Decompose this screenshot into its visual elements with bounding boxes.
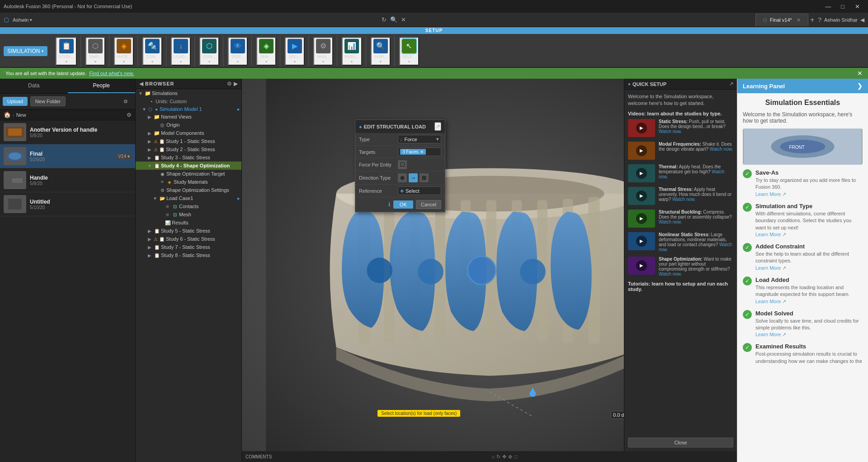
tree-study7[interactable]: ▶ 📋 Study 7 - Static Stress (136, 243, 241, 251)
tree-study6[interactable]: ▶ ⚠ 📋 Study 6 - Static Stress (136, 235, 241, 243)
info-icon[interactable]: ℹ (388, 201, 391, 208)
type-value[interactable]: ↓ Force ▾ (398, 135, 441, 143)
loads-btn[interactable]: ↓ LOAD...▾ (171, 37, 191, 66)
simplify-btn[interactable]: ⬡ SIMP...▾ (85, 37, 105, 66)
tab-people[interactable]: People (68, 79, 136, 93)
tree-study5[interactable]: ▶ 📋 Study 5 - Static Stress (136, 227, 241, 235)
reference-value[interactable]: ◈ Select (398, 186, 441, 195)
lp-item-link-solved[interactable]: Learn More ↗ (755, 332, 786, 337)
tree-model-components[interactable]: ▶ 📁 Model Components (136, 129, 241, 137)
browser-collapse-btn[interactable]: ◀ (139, 81, 143, 87)
tree-load-case1[interactable]: ▼ 📂 Load Case1 ● (136, 194, 241, 202)
browser-settings-btn[interactable]: ⚙ (227, 81, 232, 87)
type-row: Type ↓ Force ▾ (355, 133, 445, 146)
close-search-btn[interactable]: ✕ (401, 16, 406, 23)
upload-btn[interactable]: Upload (3, 97, 28, 106)
tree-simulations[interactable]: ▼ 📁 Simulations (136, 89, 241, 97)
constraints-btn[interactable]: 🔩 CON...▾ (142, 37, 162, 66)
solve-btn[interactable]: ▶ SOLI...▾ (285, 37, 305, 66)
tree-study3[interactable]: ▶ 📋 Study 3 - Static Stress (136, 153, 241, 162)
file-version-badge[interactable]: V14 ▾ (116, 153, 132, 159)
simulation-dropdown[interactable]: SIMULATION ▾ (4, 46, 47, 56)
qs-close-btn[interactable]: Close (628, 438, 733, 448)
view-pan-icon[interactable]: ✥ (502, 454, 506, 460)
target-remove-btn[interactable]: ✕ (420, 149, 424, 154)
qs-link-2[interactable]: Watch now. (710, 147, 733, 152)
settings-gear-btn[interactable]: ⚙ (119, 97, 132, 106)
refresh-btn[interactable]: ↻ (382, 16, 387, 23)
qs-link-7[interactable]: Watch now. (659, 271, 682, 276)
targets-value[interactable]: 3 Faces ✕ (398, 148, 441, 156)
display-btn[interactable]: 👁 DISP...▾ (228, 37, 248, 66)
new-tab-btn[interactable]: + (810, 16, 814, 24)
tree-named-views[interactable]: ▶ 📁 Named Views (136, 113, 241, 121)
ok-btn[interactable]: OK (393, 200, 413, 209)
user-name[interactable]: Ashwin Sridhar (824, 17, 858, 23)
lp-item-desc-constraint: See the help to learn about all the diff… (755, 251, 863, 265)
lp-item-link-sim-type[interactable]: Learn More ↗ (755, 232, 786, 237)
view-home-icon[interactable]: ⌂ (492, 454, 495, 460)
file-item[interactable]: Another Version of handle 5/8/20 (0, 120, 135, 144)
inspect-btn[interactable]: 🔍 INSP...▾ (371, 37, 391, 66)
maximize-btn[interactable]: □ (839, 3, 846, 10)
tab-close-btn[interactable]: ✕ (797, 17, 801, 23)
notif-close[interactable]: ✕ (857, 70, 863, 77)
materials-btn[interactable]: ◈ MATE...▾ (114, 37, 134, 66)
manage-btn[interactable]: ⚙ MAN...▾ (313, 37, 333, 66)
qs-link-1[interactable]: Watch now. (659, 129, 682, 134)
tree-sim-model[interactable]: ▼ ⬡ ● Simulation Model 1 ● (136, 105, 241, 113)
tree-study8[interactable]: ▶ 📋 Study 8 - Static Stress (136, 251, 241, 259)
tree-contacts[interactable]: ⊞ ⊡ Contacts (136, 202, 241, 210)
file-tab[interactable]: ⬡ Final v14* ✕ (755, 14, 808, 26)
file-item-handle[interactable]: Handle 5/8/20 (0, 168, 135, 192)
tree-shape-opt-settings[interactable]: ⚙ Shape Optimization Settings (136, 186, 241, 194)
tree-mesh[interactable]: ⊞ ⊡ Mesh (136, 210, 241, 219)
nav-back-btn[interactable]: ◀ (860, 17, 864, 23)
qs-expand-btn[interactable]: ↗ (729, 81, 733, 87)
select-btn[interactable]: ↖ SELE...▾ (399, 37, 419, 66)
breadcrumb-settings[interactable]: ⚙ (127, 112, 132, 118)
breadcrumb-new[interactable]: New (16, 112, 26, 118)
minimize-btn[interactable]: — (825, 3, 832, 10)
tree-study1[interactable]: ▶ ⚠ 📋 Study 1 - Static Stress (136, 137, 241, 145)
contacts-btn[interactable]: ⬡ CON...▾ (199, 37, 219, 66)
qs-link-4[interactable]: Watch now. (672, 197, 695, 202)
user-menu[interactable]: Ashwin ▾ (13, 17, 32, 23)
lp-item-link-load[interactable]: Learn More ↗ (755, 299, 786, 304)
tree-study2[interactable]: ▶ ⚠ 📋 Study 2 - Static Stress (136, 145, 241, 153)
lp-item-link-save-as[interactable]: Learn More ↗ (755, 191, 786, 197)
dir-type-normal-btn[interactable]: ⊕ (398, 173, 407, 182)
shape-btn[interactable]: ◈ SHA...▾ (256, 37, 276, 66)
home-icon[interactable]: 🏠 (4, 111, 11, 118)
tree-results[interactable]: 📊 Results (136, 219, 241, 227)
notif-link[interactable]: Find out what's new. (89, 71, 134, 76)
comments-label[interactable]: COMMENTS (245, 454, 272, 459)
tab-data[interactable]: Data (0, 79, 68, 93)
viewport[interactable]: Select location(s) for load (only faces)… (242, 79, 737, 462)
cancel-btn[interactable]: Cancel (416, 200, 441, 209)
file-item-final[interactable]: Final 5/26/20 V14 ▾ (0, 144, 135, 168)
tree-study4[interactable]: ▼ 📋 Study 4 - Shape Optimization (136, 162, 241, 170)
new-folder-btn[interactable]: New Folder (30, 96, 66, 106)
study-btn[interactable]: 📋 STUDI...▾ (56, 37, 77, 66)
view-rotate-icon[interactable]: ↻ (496, 454, 500, 460)
force-per-entity-toggle[interactable]: ☐ (398, 160, 407, 169)
lp-item-link-constraint[interactable]: Learn More ↗ (755, 265, 786, 271)
dir-type-component-btn[interactable]: ⊞ (420, 173, 429, 182)
file-item-untitled[interactable]: Untitled 5/10/20 (0, 192, 135, 216)
dialog-expand-btn[interactable]: ↗ (434, 122, 441, 131)
tree-origin[interactable]: ◎ Origin (136, 121, 241, 129)
search-btn[interactable]: 🔍 (390, 16, 397, 23)
view-zoom-icon[interactable]: ⊕ (508, 454, 512, 460)
tree-shape-opt-target[interactable]: ◉ Shape Optimization Target (136, 170, 241, 178)
help-btn[interactable]: ? (818, 16, 821, 24)
learning-collapse-btn[interactable]: ❯ (857, 82, 863, 90)
browser-expand-btn[interactable]: ▶ (234, 81, 238, 87)
tree-study-materials[interactable]: 👁 ◈ Study Materials (136, 178, 241, 186)
qs-link-5[interactable]: Watch now. (659, 219, 682, 224)
type-dropdown-arrow[interactable]: ▾ (436, 136, 439, 142)
dir-type-vector-btn[interactable]: → (409, 173, 418, 182)
close-btn[interactable]: ✕ (854, 3, 861, 10)
results-btn[interactable]: 📊 RESU...▾ (342, 37, 362, 66)
view-fit-icon[interactable]: □ (514, 454, 517, 460)
